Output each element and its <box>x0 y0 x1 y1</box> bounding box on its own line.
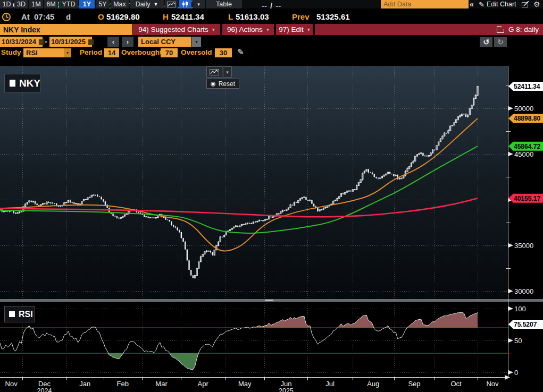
menu-edit[interactable]: 97) Edit▾ <box>276 24 313 35</box>
high-value: 52411.34 <box>171 12 204 21</box>
shift-range-back-button[interactable]: ‹ <box>107 37 119 47</box>
svg-text:52411.34: 52411.34 <box>514 83 540 90</box>
svg-text:Apr: Apr <box>198 380 209 388</box>
shift-range-forward-button[interactable]: › <box>122 37 133 47</box>
security-input[interactable] <box>0 24 132 35</box>
study-select[interactable]: RSI <box>23 48 64 57</box>
redo-button[interactable]: ↻ <box>494 37 507 47</box>
range-tab-max[interactable]: Max <box>111 0 129 8</box>
edit-chart-button[interactable]: Edit Chart <box>487 0 516 8</box>
svg-text:Dec: Dec <box>38 380 51 388</box>
chart-tool-dropdown-caret[interactable]: ▾ <box>223 66 232 78</box>
range-tab-1y-active[interactable]: 1Y <box>79 0 95 8</box>
range-tab-1m[interactable]: 1M <box>29 0 43 8</box>
svg-text:30000: 30000 <box>514 287 533 295</box>
chevron-down-icon[interactable]: ▾ <box>192 37 201 47</box>
reset-zoom-button[interactable]: ◉ Reset <box>206 79 239 89</box>
time-axis-labels: NovDecJanFebMarAprMayJunJulAugSepOctNov2… <box>5 377 499 392</box>
menu-suggested-charts[interactable]: 94) Suggested Charts▾ <box>133 24 220 35</box>
price-chart-canvas[interactable]: 300003500040000450005000010050052411.344… <box>0 66 543 392</box>
price-axis-ticks: 3000035000400004500050000100500 <box>506 86 533 377</box>
rsi-study-legend[interactable]: RSI <box>4 306 35 322</box>
chart-type-dropdown-caret[interactable]: ▾ <box>193 0 205 8</box>
session-flag: d <box>66 12 71 21</box>
currency-select[interactable]: Local CCY <box>138 37 191 47</box>
svg-text:100: 100 <box>514 305 526 313</box>
svg-text:50: 50 <box>514 337 522 345</box>
oversold-label: Oversold <box>181 48 212 56</box>
line-chart-type-button[interactable] <box>165 0 178 8</box>
overbought-label: Overbought <box>121 48 162 56</box>
svg-text:2025: 2025 <box>279 387 294 392</box>
view-mode-region: ↗ G 8: daily <box>315 24 543 35</box>
gear-icon[interactable]: ⚙ <box>533 0 540 8</box>
view-mode-label: G 8: daily <box>508 25 539 33</box>
panel-divider-handle <box>265 300 273 301</box>
svg-text:50000: 50000 <box>514 105 533 113</box>
add-data-input[interactable] <box>381 0 469 8</box>
menu-actions[interactable]: 96) Actions▾ <box>222 24 274 35</box>
svg-text:May: May <box>238 380 252 388</box>
frequency-select[interactable]: Daily▼ <box>130 0 164 8</box>
oversold-field[interactable]: 30 <box>215 48 232 57</box>
svg-text:40155.17: 40155.17 <box>514 195 540 202</box>
line-chart-icon <box>167 2 176 7</box>
svg-text:0: 0 <box>514 369 518 377</box>
chevron-down-icon: ▼ <box>153 2 158 7</box>
delayed-clock-icon <box>2 12 11 22</box>
range-tab-6m[interactable]: 6M <box>44 0 58 8</box>
edit-chart-pencil-icon[interactable]: ✎ <box>479 0 484 8</box>
edit-study-pencil-icon[interactable]: ✎ <box>237 47 244 57</box>
annotate-icon[interactable] <box>522 0 529 8</box>
series-color-swatch <box>10 80 15 87</box>
svg-text:Mar: Mar <box>155 380 168 388</box>
prev-value: 51325.61 <box>316 12 350 21</box>
svg-text:45000: 45000 <box>514 150 533 158</box>
table-button[interactable]: Table <box>206 0 242 8</box>
low-value: 51613.03 <box>236 12 269 21</box>
range-tab-1d[interactable]: 1D <box>0 0 13 8</box>
date-to-field[interactable]: 10/31/2025▦ <box>49 37 92 47</box>
undo-button[interactable]: ↺ <box>480 37 492 47</box>
calendar-icon[interactable]: ▦ <box>38 38 45 46</box>
svg-text:Jul: Jul <box>325 380 335 388</box>
bid-ask-placeholder: --/-- <box>262 1 281 10</box>
chevron-down-icon: ▾ <box>307 27 310 32</box>
date-range-separator: - <box>45 37 47 46</box>
high-label: H <box>163 12 169 21</box>
range-tab-ytd[interactable]: YTD <box>59 0 78 8</box>
chevron-down-icon[interactable]: ▾ <box>64 48 71 57</box>
chart-svg: 300003500040000450005000010050052411.344… <box>0 66 543 392</box>
chevron-down-icon: ▾ <box>266 27 269 32</box>
main-panel-bg <box>0 66 508 299</box>
period-label: Period <box>80 48 102 56</box>
study-label: Study <box>1 48 21 56</box>
bloomberg-terminal-window: NKY ↑ 52411.34 +1085.73 --/-- At 07:45 d… <box>0 0 543 392</box>
overbought-field[interactable]: 70 <box>161 48 178 57</box>
svg-text:Nov: Nov <box>486 380 499 388</box>
chart-tool-dropdown-button[interactable] <box>206 66 222 78</box>
candle-chart-type-button-active[interactable] <box>179 0 191 8</box>
collapse-panel-icon[interactable]: « <box>470 0 474 8</box>
svg-text:45864.72: 45864.72 <box>514 143 540 150</box>
prev-label: Prev <box>292 12 310 21</box>
svg-text:35000: 35000 <box>514 242 533 250</box>
svg-text:48898.80: 48898.80 <box>514 115 540 122</box>
svg-text:Nov: Nov <box>5 380 18 388</box>
launch-icon[interactable]: ↗ <box>497 26 504 33</box>
svg-text:75.5207: 75.5207 <box>514 321 537 328</box>
main-series-legend[interactable]: NKY <box>4 74 41 92</box>
open-label: O <box>98 12 104 21</box>
svg-text:Oct: Oct <box>450 380 462 388</box>
rsi-panel-bg <box>0 302 508 377</box>
calendar-icon[interactable]: ▦ <box>88 38 94 46</box>
svg-text:Jun: Jun <box>280 380 291 388</box>
svg-text:Aug: Aug <box>367 380 379 388</box>
period-field[interactable]: 14 <box>104 48 119 57</box>
low-label: L <box>228 12 233 21</box>
range-tab-5y[interactable]: 5Y <box>96 0 110 8</box>
series-color-swatch <box>9 311 15 317</box>
open-value: 51629.80 <box>106 12 140 21</box>
date-from-field[interactable]: 10/31/2024▦ <box>0 37 43 47</box>
range-tab-3d[interactable]: 3D <box>14 0 28 8</box>
